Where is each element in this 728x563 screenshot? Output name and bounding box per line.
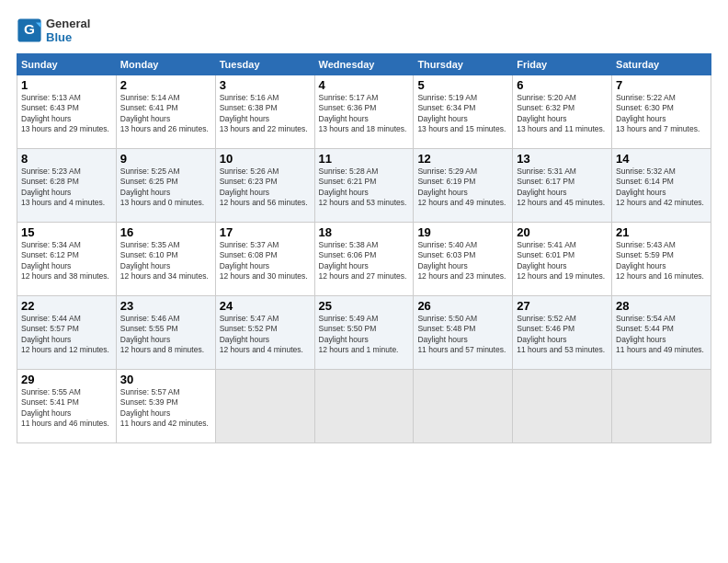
day-cell: 17 Sunrise: 5:37 AM Sunset: 6:08 PM Dayl… (215, 223, 314, 296)
table-row: 1 Sunrise: 5:13 AM Sunset: 6:43 PM Dayli… (17, 75, 711, 149)
header: G General Blue (17, 17, 711, 44)
col-monday: Monday (116, 54, 215, 75)
day-cell: 12 Sunrise: 5:29 AM Sunset: 6:19 PM Dayl… (414, 149, 513, 223)
day-cell: 20 Sunrise: 5:41 AM Sunset: 6:01 PM Dayl… (513, 223, 612, 296)
header-row: Sunday Monday Tuesday Wednesday Thursday… (17, 54, 711, 75)
day-cell: 1 Sunrise: 5:13 AM Sunset: 6:43 PM Dayli… (17, 75, 117, 149)
day-cell: 13 Sunrise: 5:31 AM Sunset: 6:17 PM Dayl… (513, 149, 612, 223)
table-row: 15 Sunrise: 5:34 AM Sunset: 6:12 PM Dayl… (17, 223, 711, 296)
col-wednesday: Wednesday (314, 54, 414, 75)
day-cell: 9 Sunrise: 5:25 AM Sunset: 6:25 PM Dayli… (116, 149, 215, 223)
table-row: 29 Sunrise: 5:55 AM Sunset: 5:41 PM Dayl… (17, 370, 711, 443)
day-cell: 6 Sunrise: 5:20 AM Sunset: 6:32 PM Dayli… (513, 75, 612, 149)
day-cell: 22 Sunrise: 5:44 AM Sunset: 5:57 PM Dayl… (17, 296, 117, 370)
day-cell: 27 Sunrise: 5:52 AM Sunset: 5:46 PM Dayl… (513, 296, 612, 370)
day-cell (215, 370, 314, 443)
col-saturday: Saturday (612, 54, 711, 75)
table-row: 22 Sunrise: 5:44 AM Sunset: 5:57 PM Dayl… (17, 296, 711, 370)
svg-text:G: G (24, 21, 35, 37)
calendar-page: G General Blue Sunday Monday Tuesday Wed… (0, 0, 728, 563)
day-cell: 14 Sunrise: 5:32 AM Sunset: 6:14 PM Dayl… (612, 149, 711, 223)
day-cell: 8 Sunrise: 5:23 AM Sunset: 6:28 PM Dayli… (17, 149, 117, 223)
day-cell: 25 Sunrise: 5:49 AM Sunset: 5:50 PM Dayl… (314, 296, 414, 370)
col-sunday: Sunday (17, 54, 117, 75)
logo-icon: G (17, 17, 42, 43)
day-cell: 24 Sunrise: 5:47 AM Sunset: 5:52 PM Dayl… (215, 296, 314, 370)
day-cell (414, 370, 513, 443)
day-cell: 18 Sunrise: 5:38 AM Sunset: 6:06 PM Dayl… (314, 223, 414, 296)
day-cell: 7 Sunrise: 5:22 AM Sunset: 6:30 PM Dayli… (612, 75, 711, 149)
day-cell (314, 370, 414, 443)
day-cell: 15 Sunrise: 5:34 AM Sunset: 6:12 PM Dayl… (17, 223, 117, 296)
calendar-table: Sunday Monday Tuesday Wednesday Thursday… (17, 53, 711, 443)
col-friday: Friday (513, 54, 612, 75)
day-cell: 21 Sunrise: 5:43 AM Sunset: 5:59 PM Dayl… (612, 223, 711, 296)
day-cell: 3 Sunrise: 5:16 AM Sunset: 6:38 PM Dayli… (215, 75, 314, 149)
day-cell (612, 370, 711, 443)
day-cell: 23 Sunrise: 5:46 AM Sunset: 5:55 PM Dayl… (116, 296, 215, 370)
day-cell: 4 Sunrise: 5:17 AM Sunset: 6:36 PM Dayli… (314, 75, 414, 149)
logo-text: General Blue (46, 17, 90, 44)
col-tuesday: Tuesday (215, 54, 314, 75)
day-cell: 5 Sunrise: 5:19 AM Sunset: 6:34 PM Dayli… (414, 75, 513, 149)
day-cell: 29 Sunrise: 5:55 AM Sunset: 5:41 PM Dayl… (17, 370, 117, 443)
day-cell: 11 Sunrise: 5:28 AM Sunset: 6:21 PM Dayl… (314, 149, 414, 223)
day-cell: 16 Sunrise: 5:35 AM Sunset: 6:10 PM Dayl… (116, 223, 215, 296)
day-cell (513, 370, 612, 443)
day-cell: 10 Sunrise: 5:26 AM Sunset: 6:23 PM Dayl… (215, 149, 314, 223)
day-cell: 26 Sunrise: 5:50 AM Sunset: 5:48 PM Dayl… (414, 296, 513, 370)
table-row: 8 Sunrise: 5:23 AM Sunset: 6:28 PM Dayli… (17, 149, 711, 223)
day-cell: 2 Sunrise: 5:14 AM Sunset: 6:41 PM Dayli… (116, 75, 215, 149)
logo: G General Blue (17, 17, 90, 44)
col-thursday: Thursday (414, 54, 513, 75)
day-cell: 19 Sunrise: 5:40 AM Sunset: 6:03 PM Dayl… (414, 223, 513, 296)
day-cell: 28 Sunrise: 5:54 AM Sunset: 5:44 PM Dayl… (612, 296, 711, 370)
day-cell: 30 Sunrise: 5:57 AM Sunset: 5:39 PM Dayl… (116, 370, 215, 443)
